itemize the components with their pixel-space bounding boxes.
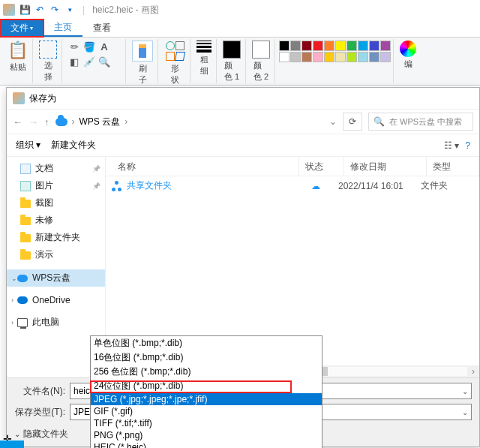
paste-button[interactable]: 📋粘贴 xyxy=(8,41,28,73)
list-header[interactable]: 名称 状态 修改日期 类型 xyxy=(106,157,479,176)
brushes-group: 刷 子 xyxy=(128,39,158,83)
format-option-bmp-256[interactable]: 256 色位图 (*.bmp;*.dib) xyxy=(91,365,322,379)
palette-color[interactable] xyxy=(346,41,357,51)
edit-colors-group: 编 xyxy=(395,39,421,83)
format-option-gif[interactable]: GIF (*.gif) xyxy=(91,405,322,417)
dialog-titlebar: 保存为 xyxy=(7,88,479,109)
format-option-png[interactable]: PNG (*.png) xyxy=(91,429,322,441)
save-icon[interactable]: 💾 xyxy=(20,5,30,15)
zoom-icon[interactable]: 🔍 xyxy=(98,56,110,68)
tree-demo[interactable]: 演示 xyxy=(7,246,105,263)
redo-icon[interactable]: ↷ xyxy=(50,5,60,15)
chevron-down-icon[interactable]: ⌄ xyxy=(462,408,468,416)
format-option-bmp-24[interactable]: 24位位图 (*.bmp;*.dib) xyxy=(91,379,322,393)
format-option-jpeg[interactable]: JPEG (*.jpg;*.jpeg;*.jpe;*.jfif) xyxy=(91,393,322,405)
color-palette[interactable] xyxy=(279,41,391,62)
palette-color[interactable] xyxy=(279,52,290,62)
tree-untitled[interactable]: 未修 xyxy=(7,212,105,229)
taskbar-fragment xyxy=(0,440,24,448)
palette-color[interactable] xyxy=(380,41,391,51)
paint-app-icon xyxy=(13,92,25,104)
list-item[interactable]: 共享文件夹 ☁ 2022/11/4 16:01 文件夹 xyxy=(106,176,479,195)
undo-icon[interactable]: ↶ xyxy=(34,5,45,15)
eraser-icon[interactable]: ◧ xyxy=(68,56,80,68)
palette-color[interactable] xyxy=(369,41,380,51)
text-icon[interactable]: A xyxy=(98,41,110,53)
chevron-down-icon: ⌄ xyxy=(14,430,20,438)
select-button[interactable]: 选 择 xyxy=(39,41,57,83)
tree-documents[interactable]: 文档 xyxy=(7,160,105,177)
tab-view[interactable]: 查看 xyxy=(82,20,122,37)
thickness-button[interactable]: 粗 细 xyxy=(196,41,212,77)
brush-icon xyxy=(132,41,153,62)
palette-color[interactable] xyxy=(324,52,334,62)
palette-color[interactable] xyxy=(358,52,368,62)
palette-group xyxy=(277,39,394,83)
color2-group: 颜 色 2 xyxy=(248,39,275,83)
palette-color[interactable] xyxy=(279,41,290,51)
tab-home[interactable]: 主页 xyxy=(44,20,82,37)
tree-pictures[interactable]: 图片 xyxy=(7,177,105,194)
nav-up-icon[interactable]: ↑ xyxy=(44,116,50,128)
organize-button[interactable]: 组织 ▾ xyxy=(16,139,40,152)
format-option-tiff[interactable]: TIFF (*.tif;*.tiff) xyxy=(91,417,322,429)
shapes-group: 形 状 xyxy=(160,39,190,83)
cloud-status-icon: ☁ xyxy=(293,181,338,191)
palette-color[interactable] xyxy=(358,41,368,51)
chevron-down-icon[interactable]: ⌄ xyxy=(329,116,337,127)
qat-dropdown-icon[interactable]: ▾ xyxy=(64,6,75,14)
tree-onedrive[interactable]: ›OneDrive xyxy=(7,293,105,308)
format-option-bmp-mono[interactable]: 单色位图 (*.bmp;*.dib) xyxy=(91,336,322,350)
filename-label: 文件名(N): xyxy=(14,385,65,398)
nav-back-icon[interactable]: ← xyxy=(13,116,22,128)
palette-color[interactable] xyxy=(335,41,346,51)
help-icon[interactable]: ? xyxy=(465,140,470,151)
breadcrumb[interactable]: › WPS 云盘 › ⌄ xyxy=(56,116,338,128)
paint-app-icon xyxy=(3,4,15,16)
color1-button[interactable]: 颜 色 1 xyxy=(223,41,241,83)
view-options-button[interactable]: ☷ ▾ xyxy=(444,140,459,151)
palette-color[interactable] xyxy=(290,41,301,51)
palette-color[interactable] xyxy=(302,52,312,62)
format-option-heic[interactable]: HEIC (*.heic) xyxy=(91,441,322,448)
dialog-toolbar: 组织 ▾ 新建文件夹 ☷ ▾ ? xyxy=(7,134,479,157)
pencil-icon[interactable]: ✏ xyxy=(68,41,80,53)
savetype-dropdown: 单色位图 (*.bmp;*.dib) 16色位图 (*.bmp;*.dib) 2… xyxy=(90,335,322,448)
document-title: heic2.heic - 画图 xyxy=(92,4,159,17)
edit-colors-button[interactable]: 编 xyxy=(400,41,416,70)
search-input[interactable]: 🔍 在 WPS云盘 中搜索 xyxy=(368,113,473,131)
palette-color[interactable] xyxy=(313,41,323,51)
format-option-bmp-16[interactable]: 16色位图 (*.bmp;*.dib) xyxy=(91,350,322,365)
ribbon: 📋粘贴 选 择 ✏ 🪣 A ◧ 💉 🔍 刷 子 形 状 粗 细 颜 色 1 颜 … xyxy=(0,38,480,86)
clipboard-group: 📋粘贴 xyxy=(3,39,33,83)
palette-color[interactable] xyxy=(380,52,391,62)
refresh-button[interactable]: ⟳ xyxy=(343,113,362,131)
brushes-button[interactable]: 刷 子 xyxy=(132,41,153,86)
dialog-title: 保存为 xyxy=(29,92,56,105)
new-folder-button[interactable]: 新建文件夹 xyxy=(51,139,96,152)
ribbon-tabs: 文件 主页 查看 xyxy=(0,20,480,38)
palette-color[interactable] xyxy=(346,52,357,62)
shapes-button[interactable]: 形 状 xyxy=(164,41,185,86)
tree-wps-cloud[interactable]: ⌄WPS云盘 xyxy=(7,269,105,287)
tab-file[interactable]: 文件 xyxy=(0,20,44,37)
title-bar: 💾 ↶ ↷ ▾ | heic2.heic - 画图 xyxy=(0,0,480,20)
shapes-icon xyxy=(164,41,185,62)
color2-swatch xyxy=(252,41,270,59)
chevron-down-icon[interactable]: ⌄ xyxy=(462,387,468,395)
picker-icon[interactable]: 💉 xyxy=(83,56,95,68)
palette-color[interactable] xyxy=(302,41,312,51)
tree-newfolder[interactable]: 新建文件夹 xyxy=(7,229,105,246)
nav-forward-icon[interactable]: → xyxy=(28,116,38,128)
thickness-group: 粗 细 xyxy=(192,39,217,83)
color2-button[interactable]: 颜 色 2 xyxy=(252,41,270,83)
palette-color[interactable] xyxy=(324,41,334,51)
bucket-icon[interactable]: 🪣 xyxy=(83,41,95,53)
palette-color[interactable] xyxy=(313,52,323,62)
search-icon: 🔍 xyxy=(374,116,385,127)
palette-color[interactable] xyxy=(290,52,301,62)
tree-screenshots[interactable]: 截图 xyxy=(7,194,105,212)
palette-color[interactable] xyxy=(335,52,346,62)
palette-color[interactable] xyxy=(369,52,380,62)
tree-thispc[interactable]: ›此电脑 xyxy=(7,314,105,331)
